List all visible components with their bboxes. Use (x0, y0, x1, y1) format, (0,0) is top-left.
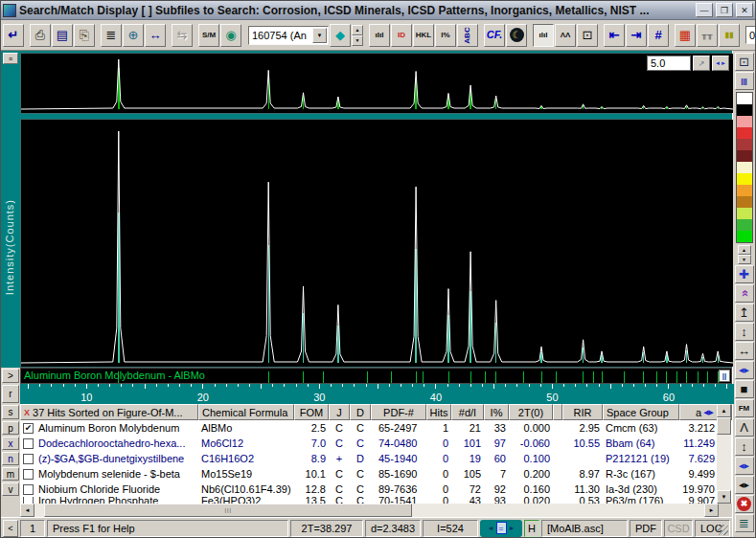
palette-color-3[interactable] (737, 127, 752, 139)
spinner-up-icon[interactable]: ▲ (352, 25, 363, 35)
table-row[interactable]: n(z)-$GA,$GB-dunetgixystilbeneC16H16O28.… (1, 451, 732, 466)
chevron-down-icon[interactable]: ▼ (312, 28, 327, 43)
fm-button[interactable]: FM (735, 399, 754, 417)
grip-handle[interactable]: ≡ (3, 53, 18, 64)
palette-color-10[interactable] (737, 208, 752, 219)
col-header-dl[interactable]: #d/I (451, 404, 484, 420)
h-range-button[interactable]: ◀▶ (735, 476, 754, 494)
h-pan-button[interactable]: ◀▶ (735, 361, 754, 379)
intensity-percent-button[interactable]: I% (435, 24, 456, 47)
shift-right-button[interactable]: ⇥ (626, 24, 647, 47)
col-header-ipct[interactable]: I% (484, 404, 509, 420)
scale-spinner[interactable]: ▲▼ (352, 25, 363, 46)
palette-color-8[interactable] (737, 185, 752, 196)
col-header-fom[interactable]: FOM (294, 404, 329, 420)
axis-range-button[interactable]: r (2, 385, 19, 403)
phase-checkbox[interactable]: ✔ (23, 423, 34, 434)
palette-color-6[interactable] (737, 162, 752, 173)
palette-color-11[interactable] (737, 219, 752, 231)
col-header-d[interactable]: D (350, 404, 371, 420)
pattern-nav-widget[interactable]: ◄ = ► (480, 520, 522, 537)
scroll-right-arrow[interactable]: ► (704, 504, 719, 517)
web-database-button[interactable]: ⊕ (123, 24, 144, 47)
scale-max-button[interactable]: ↥ (735, 303, 754, 322)
v-zoom-button[interactable]: ↕ (735, 323, 754, 341)
offset-input[interactable] (745, 26, 755, 44)
overlap-peaks-button[interactable]: ΛΛ (555, 24, 576, 47)
scroll-up-arrow[interactable]: ▲ (717, 404, 731, 417)
col-header-pdf[interactable]: PDF-# (371, 404, 426, 420)
spinner-down-icon[interactable]: ▼ (352, 35, 363, 46)
sort-button[interactable]: s (2, 405, 19, 419)
stick-pattern-button[interactable]: ılıl (369, 24, 390, 47)
search-match-button[interactable]: S/M (198, 24, 219, 47)
table-row[interactable]: mMolybdenum selenide - $-betaMo15Se1910.… (1, 466, 732, 482)
pan-button[interactable]: ✚ (735, 265, 754, 283)
palette-color-5[interactable] (737, 150, 752, 162)
nav-next-icon[interactable]: ► (509, 525, 515, 531)
col-header-j[interactable]: J (329, 404, 350, 420)
nav-equal-button[interactable]: = (496, 522, 507, 534)
id-peaks-button[interactable]: ID (391, 24, 412, 47)
pause-button[interactable]: || (719, 370, 730, 382)
row-button-n[interactable]: n (2, 452, 19, 465)
status-back-button[interactable]: < (3, 520, 18, 537)
col-header-2t0[interactable]: 2T(0) (509, 404, 553, 420)
stick-overlay-button[interactable]: ||| (735, 72, 754, 90)
save-button[interactable]: ▤ (52, 24, 73, 47)
apply-button[interactable]: ↵ (3, 24, 24, 47)
palette-color-12[interactable] (737, 231, 752, 242)
table-vertical-scrollbar[interactable]: ▲ ▼ (717, 404, 731, 504)
scroll-left-arrow[interactable]: ◄ (20, 504, 34, 517)
maximize-button[interactable]: ❐ (716, 3, 733, 17)
hscroll-thumb[interactable]: ||| (44, 504, 412, 517)
nav-prev-icon[interactable]: ◄ (488, 525, 494, 531)
row-button-v[interactable]: v (2, 482, 19, 496)
peak-fit-button[interactable]: Λ (735, 418, 754, 437)
palette-color-9[interactable] (737, 196, 752, 208)
red-cells-button[interactable]: ▦ (675, 24, 696, 47)
table-horizontal-scrollbar[interactable]: ◄ ||| ► (20, 504, 732, 517)
phase-checkbox[interactable] (23, 438, 34, 449)
spinner-up-icon[interactable]: ▲ (738, 245, 751, 255)
page-up-button[interactable]: » (735, 284, 754, 303)
main-chart[interactable] (20, 119, 732, 368)
cf-button[interactable]: CF. (484, 24, 505, 47)
index-button[interactable]: # (648, 24, 669, 47)
lattice-button[interactable]: ╥╥ (697, 24, 718, 47)
status-h-toggle[interactable]: H (524, 520, 539, 537)
col-header-rir[interactable]: RIR (562, 404, 603, 420)
cd-database-button[interactable]: ◉ (220, 24, 241, 47)
close-pattern-button[interactable]: ✖ (735, 495, 754, 513)
refresh-button[interactable]: ⇆ (172, 24, 193, 47)
palette-color-0[interactable] (737, 93, 752, 104)
fit-width-button[interactable]: ◄► (712, 56, 729, 71)
moon-button[interactable]: ☾ (506, 24, 527, 47)
status-pdf-toggle[interactable]: PDF (630, 520, 662, 537)
close-button[interactable]: ✕ (736, 3, 753, 17)
table-row[interactable]: xDodecachlorooctahedro-hexa...Mo6Cl127.0… (1, 436, 732, 451)
palette-color-7[interactable] (737, 173, 752, 185)
phase-checkbox[interactable] (23, 454, 34, 464)
phase-checkbox[interactable] (23, 469, 34, 480)
row-button-p[interactable]: p (2, 421, 19, 435)
grid-list-button[interactable]: ≣ (735, 514, 754, 532)
shift-left-button[interactable]: ⇤ (604, 24, 625, 47)
info-dialog-button[interactable]: ⊡ (577, 24, 598, 47)
full-range-button[interactable]: ■ (735, 380, 754, 398)
phase-checkbox[interactable] (23, 484, 34, 495)
palette-color-2[interactable] (737, 116, 752, 127)
col-header-hits[interactable]: X 37 Hits Sorted on Figure-Of-M... (20, 404, 198, 420)
table-row[interactable]: p✔Aluminum Boron MolybdenumAlBMo2.5CC65-… (1, 420, 732, 436)
palette-spinner[interactable]: ▲▼ (738, 245, 751, 264)
pattern-dropdown[interactable]: 160754 (An▼ (248, 26, 329, 45)
resize-grip-icon[interactable] (718, 525, 728, 535)
gem-button[interactable]: ◆ (330, 24, 351, 47)
spinner-down-icon[interactable]: ▼ (738, 255, 751, 264)
preview-chart[interactable]: ↗ ◄► (20, 53, 732, 114)
col-header-a[interactable]: a ◀▶ (679, 404, 718, 420)
monitor-button[interactable]: ⊡ (735, 53, 754, 71)
palette-color-4[interactable] (737, 139, 752, 150)
palette-color-1[interactable] (737, 104, 752, 116)
col-header-hitcount[interactable]: Hits (426, 404, 451, 420)
